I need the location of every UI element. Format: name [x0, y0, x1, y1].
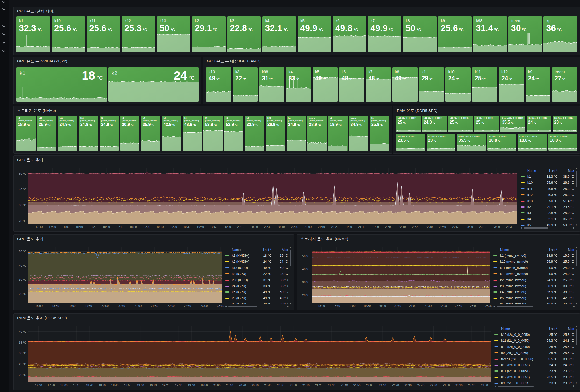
legend-row[interactable]: k12 (nvme_nvme0)24.9 °C24.9 °C [493, 271, 578, 277]
legend-header-max[interactable]: Max [557, 169, 574, 173]
legend-header-max[interactable]: Max [557, 248, 574, 252]
legend-row[interactable]: k10 (i2c_0_0_0051)24 °C24.3 °C [494, 362, 578, 368]
panel-title-cpu-trend[interactable]: CPU 온도 추이 [17, 158, 43, 162]
ram-trend-plot[interactable]: 40 °C35 °C30 °C25 °C20 °C17:4017:5018:00… [15, 324, 493, 388]
legend-row[interactable]: k9 (i2c_0_0_0050)25 °C25.5 °C [494, 350, 578, 356]
panel-title-storage-stats[interactable]: 스토리지 온도 (NVMe) [17, 108, 56, 113]
scroll-right-arrow[interactable]: ▶ [573, 305, 575, 308]
legend-row[interactable]: k11 (i2c_0_0_0050)24.3 °C24.8 °C [494, 338, 578, 344]
legend-row[interactable]: k5 (iGPU)49 °C50 °C [225, 289, 292, 295]
legend-header-last[interactable]: Last * [538, 248, 557, 252]
legend-row[interactable]: k2 (NVIDIA)24 °C24 °C [225, 259, 292, 265]
legend-row[interactable]: k1 (NVIDIA)18 °C19 °C [225, 253, 292, 259]
legend-row[interactable]: treeru (i2c_0_0_0050)35.5 °C39.8 °C [494, 356, 578, 362]
legend-row[interactable]: k10 (nvme_nvme0)25.9 °C25.9 °C [493, 259, 578, 265]
scrollbar-thumb[interactable] [497, 306, 533, 307]
scrollbar-thumb[interactable] [576, 250, 577, 266]
chevron-down-icon[interactable] [2, 33, 6, 36]
legend-horizontal-scrollbar[interactable]: ◀▶ [521, 226, 575, 229]
legend-row[interactable]: k4 (nvme_nvme0)35.9 °C38.9 °C [493, 289, 578, 295]
legend-row[interactable]: k229.1 °C29.6 °C [521, 204, 578, 210]
panel-title-storage-trend[interactable]: 스토리지 온도 추이 (NVMe) [300, 237, 348, 241]
scroll-left-arrow[interactable]: ◀ [494, 385, 496, 387]
legend-row[interactable]: k12 (i2c_0_0_0051)23.5 °C23.8 °C [494, 374, 578, 380]
panel-title-ram-trend[interactable]: RAM 온도 추이 (DDR5 SPD) [17, 316, 67, 320]
scroll-right-arrow[interactable]: ▶ [573, 227, 575, 229]
chevron-down-icon[interactable] [2, 1, 6, 4]
scrollbar-thumb[interactable] [498, 386, 534, 387]
scroll-down-arrow[interactable]: ▼ [289, 303, 291, 305]
panel-title-gpu-nvidia[interactable]: GPU 온도 — NVIDIA (k1, k2) [17, 59, 67, 64]
chevron-down-icon[interactable] [2, 41, 6, 45]
scroll-left-arrow[interactable]: ◀ [521, 227, 522, 229]
scroll-down-arrow[interactable]: ▼ [575, 303, 577, 305]
legend-row[interactable]: k1125.6 °C26.3 °C [521, 186, 578, 192]
legend-header-last[interactable]: Last * [538, 169, 557, 173]
scroll-left-arrow[interactable]: ◀ [493, 305, 495, 308]
scroll-up-arrow[interactable]: ▲ [289, 247, 291, 249]
legend-row[interactable]: k1350 °C51.4 °C [521, 198, 578, 204]
legend-header-name[interactable]: Name [501, 327, 538, 331]
scroll-down-arrow[interactable]: ▼ [575, 224, 577, 226]
legend-header-max[interactable]: Max [557, 327, 574, 331]
legend-row[interactable]: k11 (i2c_0_0_0051)23 °C23.3 °C [494, 368, 578, 374]
legend-horizontal-scrollbar[interactable]: ◀▶ [494, 384, 575, 387]
scrollbar-thumb[interactable] [228, 306, 257, 307]
scroll-right-arrow[interactable]: ▶ [573, 385, 575, 387]
chevron-down-icon[interactable] [2, 25, 6, 28]
legend-row[interactable]: k4 (iGPU)33 °C35 °C [225, 283, 292, 289]
scrollbar-thumb[interactable] [290, 250, 291, 266]
legend-header-name[interactable]: Name [232, 248, 252, 252]
legend-row[interactable]: k5 (nvme_nvme0)42.9 °C42.9 °C [493, 295, 578, 301]
scroll-up-arrow[interactable]: ▲ [575, 168, 577, 170]
legend-row[interactable]: k7 (iGPU)48 °C50 °C [225, 301, 292, 305]
storage-trend-legend: NameLast *Maxk1 (nvme_nvme0)18.9 °C19.9 … [493, 247, 578, 308]
cpu-trend-plot[interactable]: 50 °C40 °C30 °C20 °C17:4017:5018:0018:10… [15, 166, 519, 229]
scroll-left-arrow[interactable]: ◀ [225, 305, 227, 308]
scrollbar-thumb[interactable] [524, 227, 548, 229]
chevron-down-icon[interactable] [2, 50, 6, 53]
legend-vertical-scrollbar[interactable]: ▲▼ [575, 247, 578, 305]
legend-row[interactable]: k12 (i2c_0_0_0050)25 °C25.5 °C [494, 344, 578, 350]
legend-vertical-scrollbar[interactable]: ▲▼ [289, 247, 292, 305]
panel-title-ram-stats[interactable]: RAM 온도 (DDR5 SPD) [397, 108, 438, 113]
legend-row[interactable]: k2 (nvme_nvme0)24.9 °C25.9 °C [493, 277, 578, 283]
legend-header-last[interactable]: Last * [252, 248, 271, 252]
legend-row[interactable]: k3 (nvme_nvme0)30.9 °C30.9 °C [493, 283, 578, 289]
legend-vertical-scrollbar[interactable]: ▲▼ [575, 168, 578, 226]
scroll-up-arrow[interactable]: ▲ [575, 247, 577, 249]
legend-row[interactable]: k10 (i2c_0_0_0050)25 °C25.3 °C [494, 332, 578, 338]
legend-row[interactable]: k13 (iGPU)49 °C50 °C [225, 265, 292, 271]
scroll-up-arrow[interactable]: ▲ [575, 326, 577, 328]
legend-row[interactable]: k1 (nvme_nvme0)18.9 °C19.9 °C [493, 253, 578, 259]
legend-row[interactable]: k132.3 °C38.9 °C [521, 174, 578, 180]
legend-horizontal-scrollbar[interactable]: ◀▶ [493, 305, 575, 308]
legend-row[interactable]: k1025.6 °C26.6 °C [521, 180, 578, 186]
scrollbar-thumb[interactable] [576, 329, 577, 345]
gpu-trend-plot[interactable]: 50 °C40 °C30 °C20 °C18:0018:3019:0019:30… [15, 245, 224, 308]
legend-row[interactable]: k6 (nvme_nvme0)48.9 °C48.9 °C [493, 301, 578, 305]
scroll-down-arrow[interactable]: ▼ [575, 382, 577, 384]
legend-row[interactable]: k9 (i2c_0_0_0051)23 °C23.3 °C [494, 380, 578, 384]
legend-row[interactable]: k549.9 °C50.9 °C [521, 222, 578, 226]
legend-row[interactable]: k98 (iGPU)31 °C33 °C [225, 277, 292, 283]
legend-row[interactable]: k1225.3 °C26.3 °C [521, 192, 578, 198]
panel-title-gpu-igpu[interactable]: GPU 온도 — 내장 iGPU (AMD) [207, 59, 261, 64]
legend-row[interactable]: k322.8 °C25.9 °C [521, 210, 578, 216]
legend-vertical-scrollbar[interactable]: ▲▼ [575, 326, 578, 384]
scroll-right-arrow[interactable]: ▶ [287, 305, 289, 308]
legend-horizontal-scrollbar[interactable]: ◀▶ [225, 305, 289, 308]
legend-header-name[interactable]: Name [527, 169, 538, 173]
panel-title-gpu-trend[interactable]: GPU 온도 추이 [17, 237, 43, 241]
legend-header-name[interactable]: Name [500, 248, 538, 252]
panel-title-cpu-stats[interactable]: CPU 온도 (전체 서버) [17, 9, 54, 14]
chevron-down-icon[interactable] [2, 8, 6, 11]
legend-row[interactable]: k6 (iGPU)49 °C49 °C [225, 295, 292, 301]
legend-row[interactable]: k11 (nvme_nvme0)24.9 °C24.9 °C [493, 265, 578, 271]
scrollbar-thumb[interactable] [576, 171, 577, 187]
legend-row[interactable]: k3 (iGPU)22 °C23 °C [225, 271, 292, 277]
legend-header-max[interactable]: Max [271, 248, 288, 252]
legend-header-last[interactable]: Last * [538, 327, 557, 331]
storage-trend-plot[interactable]: 50 °C40 °C30 °C20 °C18:0018:3019:0019:30… [299, 245, 492, 308]
legend-row[interactable]: k432.1 °C36.3 °C [521, 216, 578, 222]
